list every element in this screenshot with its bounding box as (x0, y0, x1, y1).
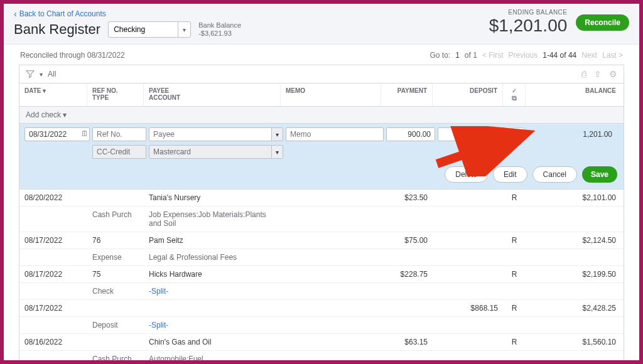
ending-balance-value: $1,201.00 (489, 16, 568, 36)
table-cell-memo (281, 334, 381, 351)
table-cell-date[interactable]: 08/20/2022 (19, 190, 87, 206)
back-label: Back to Chart of Accounts (19, 9, 106, 18)
reconcile-button[interactable]: Reconcile (576, 14, 629, 31)
sort-icon[interactable] (43, 87, 46, 94)
table-cell-balance: $2,124.50 (526, 232, 624, 249)
table-cell-account: Automobile:Fuel (144, 351, 281, 364)
table-cell-balance: $2,428.25 (526, 300, 624, 317)
date-input[interactable] (24, 127, 90, 141)
table-cell-rec: R (503, 266, 526, 283)
col-deposit: DEPOSIT (433, 83, 503, 106)
edit-button[interactable]: Edit (493, 166, 527, 183)
table-cell-payment: $23.50 (381, 190, 433, 206)
chevron-down-icon[interactable] (40, 70, 43, 78)
next-link[interactable]: Next (581, 51, 597, 60)
table-cell-account: Job Expenses:Job Materials:Plants and So… (144, 206, 281, 232)
reconcile-status-pill[interactable]: R (508, 127, 528, 141)
col-type: TYPE (92, 94, 138, 101)
table-cell-memo (281, 300, 381, 317)
reconciled-through-text: Reconciled through 08/31/2022 (20, 51, 125, 60)
table-cell-date[interactable]: 08/16/2022 (19, 334, 87, 351)
table-cell-account[interactable]: -Split- (144, 283, 281, 300)
table-cell-balance: $1,560.10 (526, 334, 624, 351)
table-cell-type: Cash Purch (87, 351, 144, 364)
table-cell-type: Cash Purch (87, 206, 144, 232)
table-cell-payment: $63.15 (381, 334, 433, 351)
settings-icon[interactable]: ⚙ (609, 69, 617, 79)
table-cell-deposit (433, 334, 503, 351)
table-cell-memo (281, 266, 381, 283)
payment-input[interactable] (386, 127, 435, 141)
table-cell-memo (281, 190, 381, 206)
add-check-button[interactable]: Add check ▾ (19, 107, 624, 124)
payee-input[interactable] (149, 127, 272, 141)
calendar-icon[interactable]: 🗓 (81, 129, 89, 138)
first-link[interactable]: < First (482, 51, 504, 60)
export-icon[interactable]: ⇪ (594, 69, 602, 79)
page-current[interactable]: 1 (455, 51, 460, 60)
chevron-down-icon[interactable] (272, 145, 283, 159)
table-cell-payee: Chin's Gas and Oil (144, 334, 281, 351)
table-cell-balance: $2,199.50 (526, 266, 624, 283)
table-cell-payment: $228.75 (381, 266, 433, 283)
table-cell-payee: Pam Seitz (144, 232, 281, 249)
ref-input[interactable] (92, 127, 146, 141)
back-link[interactable]: Back to Chart of Accounts (14, 9, 241, 19)
account-select[interactable] (108, 21, 191, 38)
table-cell-account: Legal & Professional Fees (144, 249, 281, 266)
copy-icon[interactable]: ⧉ (512, 94, 517, 102)
filter-all-label[interactable]: All (48, 70, 56, 78)
delete-button[interactable]: Delete (445, 166, 488, 183)
table-cell-deposit: $868.15 (433, 300, 503, 317)
table-cell-account[interactable]: -Split- (144, 317, 281, 334)
table-cell-date[interactable]: 08/17/2022 (19, 300, 87, 317)
edit-balance: 1,201.00 (529, 130, 620, 139)
type-input[interactable] (92, 145, 146, 159)
table-cell-balance: $2,101.00 (526, 190, 624, 206)
page-title: Bank Register (14, 21, 100, 38)
table-cell-date[interactable]: 08/17/2022 (19, 266, 87, 283)
memo-input[interactable] (286, 127, 384, 141)
table-cell-rec: R (503, 334, 526, 351)
chevron-down-icon[interactable] (178, 22, 190, 37)
account-input[interactable] (149, 145, 272, 159)
table-cell-deposit (433, 232, 503, 249)
save-button[interactable]: Save (582, 166, 617, 183)
edit-transaction-row: 🗓 R 1,201.00 (19, 124, 624, 190)
col-balance: BALANCE (526, 83, 624, 106)
account-select-value[interactable] (109, 22, 178, 37)
last-link[interactable]: Last > (602, 51, 623, 60)
table-cell-ref: 76 (87, 232, 144, 249)
table-cell-deposit (433, 190, 503, 206)
col-memo: MEMO (281, 83, 381, 106)
col-payee: PAYEE (149, 87, 275, 94)
deposit-input[interactable] (438, 127, 505, 141)
print-icon[interactable]: ⎙ (581, 69, 586, 79)
table-cell-deposit (433, 266, 503, 283)
bank-balance-value: -$3,621.93 (198, 29, 241, 38)
prev-link[interactable]: Previous (509, 51, 538, 60)
table-cell-payee: Hicks Hardware (144, 266, 281, 283)
col-account: ACCOUNT (149, 94, 275, 101)
table-cell-type: Expense (87, 249, 144, 266)
col-ref: REF NO. (92, 87, 138, 94)
table-cell-ref (87, 190, 144, 206)
goto-label: Go to: (430, 51, 450, 60)
table-cell-date[interactable]: 08/17/2022 (19, 232, 87, 249)
ending-balance-label: ENDING BALANCE (489, 9, 568, 16)
table-cell-type: Deposit (87, 317, 144, 334)
filter-icon[interactable] (26, 70, 35, 78)
table-cell-payee (144, 300, 281, 317)
col-date[interactable]: DATE (24, 87, 41, 94)
bank-balance-label: Bank Balance (198, 21, 241, 29)
cancel-button[interactable]: Cancel (532, 166, 577, 183)
chevron-down-icon[interactable] (272, 127, 283, 141)
table-cell-ref (87, 334, 144, 351)
chevron-left-icon (14, 9, 17, 19)
page-of: of 1 (465, 51, 477, 60)
table-cell-type: Check (87, 283, 144, 300)
table-cell-payment (381, 300, 433, 317)
checkmark-icon: ✓ (512, 87, 517, 94)
table-cell-memo (281, 232, 381, 249)
table-cell-rec: R (503, 300, 526, 317)
